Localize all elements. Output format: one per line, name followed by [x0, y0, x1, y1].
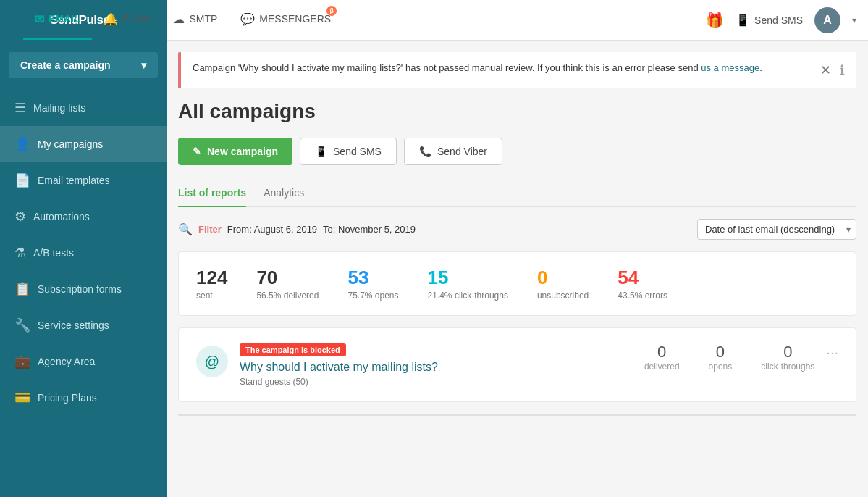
sidebar-item-service-settings[interactable]: 🔧 Service settings: [0, 307, 167, 343]
layout: Create a campaign ▾ ☰ Mailing lists 👤 My…: [0, 41, 868, 497]
push-icon: 🔔: [104, 12, 118, 26]
main-content: Campaign 'Why should I activate my maili…: [167, 41, 868, 497]
filter-from: From: August 6, 2019: [227, 224, 317, 235]
alert-banner: Campaign 'Why should I activate my maili…: [178, 52, 856, 88]
action-buttons: ✎ New campaign 📱 Send SMS 📞 Send Viber: [178, 138, 856, 165]
automations-icon: ⚙: [14, 209, 26, 225]
stat-opens-value: 53: [347, 267, 398, 289]
stat-clicks-label: 21.4% click-throughs: [428, 291, 508, 301]
campaign-subtitle: Stand guests (50): [240, 377, 633, 387]
tab-messengers[interactable]: 💬 MESSENGERS β: [229, 0, 342, 40]
stat-opens: 53 75.7% opens: [347, 267, 398, 301]
campaign-details: The campaign is blocked Why should I act…: [240, 343, 633, 387]
stat-delivered-value: 70: [256, 267, 319, 289]
sort-select-wrapper: Date of last email (descending) Date of …: [697, 219, 856, 240]
tab-list-of-reports[interactable]: List of reports: [178, 180, 246, 207]
list-icon: ☰: [14, 100, 26, 116]
avatar[interactable]: A: [814, 7, 840, 33]
stat-unsubscribed: 0 unsubscribed: [537, 267, 589, 301]
close-icon[interactable]: ✕: [820, 64, 831, 77]
messengers-icon: 💬: [240, 12, 255, 26]
sidebar-item-pricing-plans[interactable]: 💳 Pricing Plans: [0, 380, 167, 416]
filter-left: 🔍 Filter From: August 6, 2019 To: Novemb…: [178, 222, 416, 236]
tab-push[interactable]: 🔔 PUSH: [92, 0, 162, 40]
templates-icon: 📄: [14, 172, 30, 188]
campaign-opens-label: opens: [709, 362, 733, 372]
campaign-stats: 0 delivered 0 opens 0 click-throughs: [644, 343, 814, 372]
stat-sent-value: 124: [196, 267, 227, 289]
tab-analytics[interactable]: Analytics: [264, 180, 304, 207]
search-icon: 🔍: [178, 222, 193, 236]
campaign-stat-delivered: 0 delivered: [644, 343, 680, 372]
viber-icon: 📞: [419, 146, 431, 157]
chevron-down-icon[interactable]: ▾: [852, 15, 856, 25]
settings-icon: 🔧: [14, 317, 30, 333]
stat-sent: 124 sent: [196, 267, 227, 301]
campaign-delivered-label: delivered: [644, 362, 680, 372]
sidebar-item-my-campaigns[interactable]: 👤 My campaigns: [0, 126, 167, 162]
info-icon[interactable]: ℹ: [840, 62, 845, 78]
gift-icon[interactable]: 🎁: [706, 12, 724, 29]
agency-icon: 💼: [14, 354, 30, 369]
tab-smtp[interactable]: ☁ SMTP: [161, 0, 229, 40]
stat-errors-value: 54: [618, 267, 667, 289]
stats-row: 124 sent 70 56.5% delivered 53 75.7% ope…: [178, 251, 856, 316]
nav-tabs: ✉ EMAIL 🔔 PUSH ☁ SMTP 💬 MESSENGERS β: [23, 0, 342, 40]
sidebar-item-automations[interactable]: ⚙ Automations: [0, 199, 167, 235]
stat-errors-label: 43.5% errors: [618, 291, 667, 301]
filter-to: To: November 5, 2019: [323, 224, 416, 235]
sidebar-item-email-templates[interactable]: 📄 Email templates: [0, 162, 167, 199]
send-sms-nav-button[interactable]: 📱 Send SMS: [736, 13, 803, 27]
new-campaign-button[interactable]: ✎ New campaign: [178, 138, 292, 165]
campaign-stat-clicks: 0 click-throughs: [761, 343, 814, 372]
topnav-right: 🎁 📱 Send SMS A ▾: [706, 7, 856, 33]
campaign-email-icon: @: [196, 346, 228, 377]
edit-icon: ✎: [193, 146, 201, 157]
create-campaign-button[interactable]: Create a campaign ▾: [9, 52, 158, 78]
stat-unsub-label: unsubscribed: [537, 291, 589, 301]
sort-select[interactable]: Date of last email (descending) Date of …: [697, 219, 856, 240]
sms-icon: 📱: [315, 146, 327, 157]
stat-clicks-value: 15: [428, 267, 508, 289]
progress-bar: [178, 414, 856, 416]
more-options-icon[interactable]: ···: [826, 344, 838, 361]
email-icon: ✉: [35, 12, 44, 26]
table-row: @ The campaign is blocked Why should I a…: [178, 327, 856, 402]
alert-link[interactable]: us a message: [701, 62, 759, 73]
stat-delivered: 70 56.5% delivered: [256, 267, 319, 301]
campaign-clicks-value: 0: [783, 343, 792, 362]
alert-text: Campaign 'Why should I activate my maili…: [193, 62, 762, 73]
campaign-opens-value: 0: [716, 343, 725, 362]
send-sms-button[interactable]: 📱 Send SMS: [300, 138, 397, 165]
stat-opens-label: 75.7% opens: [347, 291, 398, 301]
stat-clicks: 15 21.4% click-throughs: [428, 267, 508, 301]
top-navigation: SendPulse~ ✉ EMAIL 🔔 PUSH ☁ SMTP 💬 MESSE…: [0, 0, 868, 41]
tab-email[interactable]: ✉ EMAIL: [23, 0, 92, 40]
sidebar-item-mailing-lists[interactable]: ☰ Mailing lists: [0, 90, 167, 126]
sidebar: Create a campaign ▾ ☰ Mailing lists 👤 My…: [0, 41, 167, 497]
ab-tests-icon: ⚗: [14, 245, 26, 261]
filter-label[interactable]: Filter: [198, 224, 222, 235]
stat-unsub-value: 0: [537, 267, 589, 289]
sidebar-item-agency-area[interactable]: 💼 Agency Area: [0, 343, 167, 380]
sidebar-item-subscription-forms[interactable]: 📋 Subscription forms: [0, 271, 167, 307]
pricing-icon: 💳: [14, 390, 30, 406]
campaign-clicks-label: click-throughs: [761, 362, 814, 372]
stat-delivered-label: 56.5% delivered: [256, 291, 319, 301]
chevron-down-icon: ▾: [141, 59, 146, 71]
campaign-delivered-value: 0: [657, 343, 666, 362]
campaigns-icon: 👤: [14, 136, 30, 152]
smtp-icon: ☁: [173, 12, 185, 26]
stat-errors: 54 43.5% errors: [618, 267, 667, 301]
campaign-title[interactable]: Why should I activate my mailing lists?: [240, 361, 633, 374]
forms-icon: 📋: [14, 281, 30, 297]
blocked-badge: The campaign is blocked: [240, 343, 346, 356]
campaign-stat-opens: 0 opens: [709, 343, 733, 372]
mobile-icon: 📱: [736, 13, 750, 27]
alert-actions: ✕ ℹ: [820, 62, 845, 78]
send-viber-button[interactable]: 📞 Send Viber: [404, 138, 502, 165]
sidebar-item-ab-tests[interactable]: ⚗ A/B tests: [0, 235, 167, 271]
page-title: All campaigns: [178, 100, 856, 123]
report-tabs: List of reports Analytics: [178, 180, 856, 207]
beta-badge: β: [326, 6, 337, 16]
